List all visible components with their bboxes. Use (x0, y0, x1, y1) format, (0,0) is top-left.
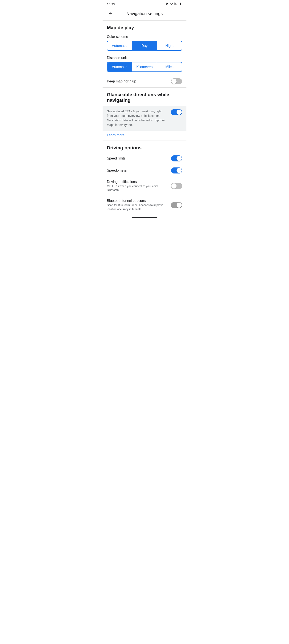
color-scheme-day-button[interactable]: Day (132, 41, 157, 50)
bluetooth-beacons-text: Bluetooth tunnel beacons Scan for Blueto… (107, 199, 171, 211)
bluetooth-beacons-label: Bluetooth tunnel beacons (107, 199, 168, 203)
driving-notifications-sublabel: Get ETAs when you connect to your car's … (107, 184, 168, 192)
wifi-icon (170, 2, 173, 6)
home-indicator (132, 217, 157, 218)
glanceable-description: See updated ETAs & your next turn, right… (107, 109, 168, 127)
bluetooth-beacons-knob (177, 202, 182, 208)
page-title: Navigation settings (115, 11, 174, 16)
speedometer-knob (177, 168, 182, 173)
distance-miles-button[interactable]: Miles (157, 62, 182, 72)
glanceable-card: See updated ETAs & your next turn, right… (103, 106, 186, 131)
speed-limits-label: Speed limits (107, 156, 126, 160)
color-scheme-automatic-button[interactable]: Automatic (107, 41, 132, 50)
keep-north-up-toggle[interactable] (171, 78, 182, 84)
back-button[interactable] (106, 9, 115, 18)
driving-notifications-label: Driving notifications (107, 180, 168, 184)
signal-icon (174, 2, 177, 6)
speed-limits-knob (177, 156, 182, 161)
glanceable-section: Glanceable directions while navigating S… (103, 88, 186, 140)
color-scheme-night-button[interactable]: Night (157, 41, 182, 50)
speed-limits-row: Speed limits (103, 152, 186, 164)
driving-notifications-text: Driving notifications Get ETAs when you … (107, 180, 171, 192)
map-display-header: Map display (103, 21, 186, 33)
distance-kilometers-button[interactable]: Kilometers (132, 62, 157, 72)
learn-more-link[interactable]: Learn more (103, 131, 186, 140)
map-display-section: Map display Color scheme Automatic Day N… (103, 21, 186, 88)
nav-bar (103, 214, 186, 221)
driving-notifications-toggle[interactable] (171, 183, 182, 189)
glanceable-header: Glanceable directions while navigating (103, 88, 186, 106)
status-time: 10:25 (107, 2, 115, 6)
distance-units-label: Distance units (103, 54, 186, 61)
toggle-knob (171, 79, 177, 84)
color-scheme-buttons: Automatic Day Night (107, 41, 182, 51)
speed-limits-toggle[interactable] (171, 156, 182, 162)
keep-north-up-row: Keep map north up (103, 75, 186, 88)
location-icon (165, 2, 168, 6)
speedometer-row: Speedometer (103, 164, 186, 176)
driving-options-header: Driving options (103, 141, 186, 152)
glanceable-toggle-knob (177, 110, 182, 115)
driving-notifications-row: Driving notifications Get ETAs when you … (103, 176, 186, 196)
battery-icon (179, 2, 182, 6)
status-bar: 10:25 (103, 0, 186, 8)
speedometer-toggle[interactable] (171, 168, 182, 174)
speedometer-label: Speedometer (107, 168, 127, 172)
distance-automatic-button[interactable]: Automatic (107, 62, 132, 72)
bluetooth-beacons-row: Bluetooth tunnel beacons Scan for Blueto… (103, 196, 186, 214)
bluetooth-beacons-toggle[interactable] (171, 202, 182, 208)
keep-north-up-label: Keep map north up (107, 80, 136, 83)
distance-units-buttons: Automatic Kilometers Miles (107, 62, 182, 72)
bluetooth-beacons-sublabel: Scan for Bluetooth tunnel beacons to imp… (107, 203, 168, 211)
glanceable-toggle[interactable] (171, 109, 182, 115)
status-icons (165, 2, 182, 6)
color-scheme-label: Color scheme (103, 33, 186, 40)
driving-options-section: Driving options Speed limits Speedometer… (103, 141, 186, 214)
toolbar: Navigation settings (103, 8, 186, 20)
driving-notifications-knob (171, 184, 177, 188)
